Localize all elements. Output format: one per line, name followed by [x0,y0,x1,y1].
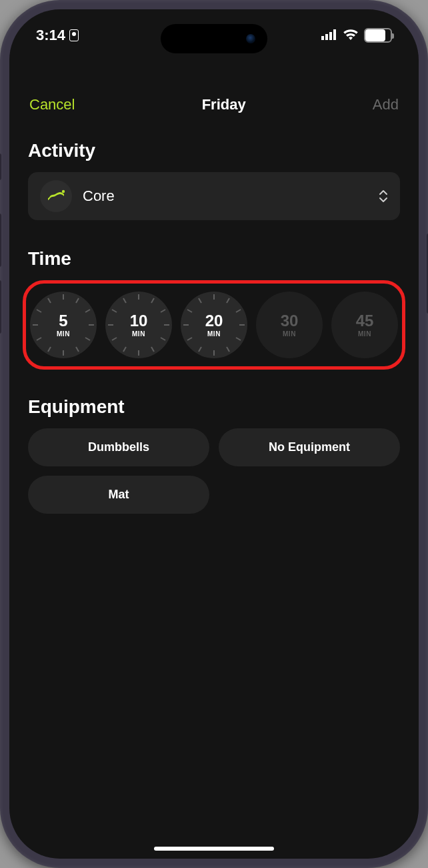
time-value: 30 [281,313,299,329]
home-indicator[interactable] [154,847,274,851]
sim-icon [69,29,79,41]
status-bar: 3:14 79 [9,9,419,57]
time-option-30[interactable]: 30 MIN [256,292,323,358]
ringer-switch [0,153,1,180]
equipment-option-mat[interactable]: Mat [28,476,209,514]
dial-ticks-icon [30,292,97,358]
time-option-20[interactable]: 20 MIN [181,292,247,358]
equipment-label: Dumbbells [88,440,149,454]
volume-down-button [0,280,1,334]
svg-line-19 [161,310,165,312]
svg-line-7 [85,310,90,312]
activity-selected-label: Core [83,187,368,205]
svg-line-40 [199,298,201,303]
time-unit: MIN [358,330,371,338]
equipment-row: Dumbbells No Equipment Mat [28,428,400,514]
svg-line-25 [112,338,117,340]
page-title: Friday [202,96,246,113]
time-option-5[interactable]: 5 MIN [30,292,97,358]
svg-line-37 [187,338,192,340]
equipment-label: No Equipment [269,440,350,454]
svg-line-9 [85,338,90,340]
svg-line-22 [151,347,154,352]
svg-rect-1 [325,34,328,40]
status-right: 79 [321,27,392,44]
chevron-updown-icon [379,189,388,203]
time-option-10[interactable]: 10 MIN [105,292,172,358]
svg-rect-0 [321,36,324,40]
time-highlight-annotation: 5 MIN 10 MIN [23,280,405,370]
cancel-button[interactable]: Cancel [29,96,75,113]
cellular-icon [321,27,337,44]
volume-up-button [0,213,1,267]
svg-line-12 [48,347,51,352]
activity-icon-circle [40,180,72,212]
time-option-45[interactable]: 45 MIN [331,292,398,358]
dial-ticks-icon [181,292,247,358]
svg-line-15 [37,310,41,312]
svg-line-34 [227,347,229,352]
equipment-label: Mat [109,488,129,501]
battery-percent: 79 [365,30,391,41]
svg-line-28 [123,298,126,303]
svg-line-27 [112,310,117,312]
add-button[interactable]: Add [373,96,399,113]
core-icon [46,189,66,203]
activity-heading: Activity [28,140,400,161]
time-heading: Time [28,248,400,270]
equipment-heading: Equipment [28,396,400,418]
svg-line-16 [48,298,51,303]
svg-line-39 [187,310,192,312]
svg-line-18 [151,298,154,303]
equipment-option-dumbbells[interactable]: Dumbbells [28,428,209,466]
svg-line-30 [227,298,229,303]
wifi-icon [343,27,359,44]
screen: 3:14 79 Cancel Friday Add [9,9,419,859]
time-unit: MIN [283,330,296,338]
time-options-row: 5 MIN 10 MIN [30,292,398,358]
dial-ticks-icon [105,292,172,358]
svg-rect-3 [333,29,336,40]
activity-selector[interactable]: Core [28,172,400,220]
svg-rect-2 [329,32,332,40]
svg-line-24 [123,347,126,352]
battery-icon: 79 [364,28,392,43]
svg-line-31 [236,310,241,312]
time-value: 45 [356,313,374,329]
nav-bar: Cancel Friday Add [28,96,400,113]
content: Cancel Friday Add Activity Core Time [9,83,419,859]
equipment-option-no-equipment[interactable]: No Equipment [219,428,400,466]
svg-point-4 [62,190,65,193]
svg-line-10 [76,347,79,352]
svg-line-33 [236,338,241,340]
svg-line-6 [76,298,79,303]
status-left: 3:14 [36,27,79,44]
svg-line-13 [37,338,41,340]
status-time: 3:14 [36,27,65,44]
phone-frame: 3:14 79 Cancel Friday Add [0,0,428,868]
svg-line-36 [199,347,201,352]
svg-line-21 [161,338,165,340]
